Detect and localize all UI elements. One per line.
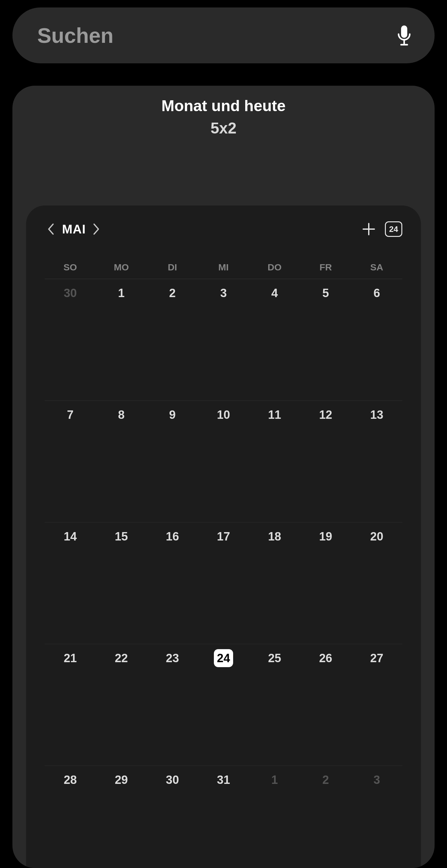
- plus-icon[interactable]: [361, 221, 377, 237]
- day-cell[interactable]: 2: [147, 279, 198, 401]
- day-number: 22: [112, 649, 131, 667]
- day-cell[interactable]: 2: [300, 766, 351, 868]
- day-cell[interactable]: 22: [96, 644, 147, 766]
- chevron-left-icon[interactable]: [45, 223, 57, 235]
- day-number: 28: [61, 771, 80, 789]
- day-number: 10: [214, 406, 233, 424]
- day-number: 27: [367, 649, 386, 667]
- day-cell[interactable]: 17: [198, 523, 249, 644]
- day-number: 20: [367, 527, 386, 546]
- day-number: 8: [112, 406, 131, 424]
- day-cell[interactable]: 28: [45, 766, 96, 868]
- svg-rect-0: [401, 26, 407, 38]
- month-label[interactable]: MAI: [62, 222, 86, 236]
- day-number: 1: [112, 284, 131, 302]
- day-number: 4: [265, 284, 284, 302]
- weekday-cell: MO: [96, 262, 147, 273]
- day-number: 29: [112, 771, 131, 789]
- day-cell[interactable]: 25: [249, 644, 300, 766]
- day-cell[interactable]: 27: [351, 644, 402, 766]
- day-number: 12: [316, 406, 335, 424]
- day-cell[interactable]: 21: [45, 644, 96, 766]
- day-cell[interactable]: 30: [147, 766, 198, 868]
- day-cell[interactable]: 3: [198, 279, 249, 401]
- day-cell[interactable]: 11: [249, 401, 300, 523]
- day-cell[interactable]: 16: [147, 523, 198, 644]
- calendar-header: MAI 24: [45, 218, 402, 240]
- day-cell[interactable]: 8: [96, 401, 147, 523]
- day-number: 18: [265, 527, 284, 546]
- day-number: 2: [316, 771, 335, 789]
- weekday-cell: SO: [45, 262, 96, 273]
- day-number: 30: [61, 284, 80, 302]
- day-number: 3: [367, 771, 386, 789]
- widget-title: Monat und heute: [26, 97, 421, 115]
- day-cell[interactable]: 23: [147, 644, 198, 766]
- chevron-right-icon[interactable]: [90, 223, 102, 235]
- day-number: 19: [316, 527, 335, 546]
- day-number: 25: [265, 649, 284, 667]
- day-cell[interactable]: 31: [198, 766, 249, 868]
- day-number: 24: [214, 649, 233, 667]
- day-number: 23: [163, 649, 182, 667]
- day-number: 7: [61, 406, 80, 424]
- widget-card-month-and-today[interactable]: Monat und heute 5x2 MAI 24: [12, 86, 435, 868]
- day-cell[interactable]: 20: [351, 523, 402, 644]
- day-cell[interactable]: 12: [300, 401, 351, 523]
- day-number: 9: [163, 406, 182, 424]
- microphone-icon[interactable]: [395, 24, 413, 46]
- calendar-panel: MAI 24 SO MO DI MI DO FR: [26, 206, 421, 868]
- day-cell[interactable]: 1: [249, 766, 300, 868]
- day-number: 16: [163, 527, 182, 546]
- day-cell[interactable]: 18: [249, 523, 300, 644]
- day-cell[interactable]: 1: [96, 279, 147, 401]
- day-cell[interactable]: 14: [45, 523, 96, 644]
- day-cell[interactable]: 19: [300, 523, 351, 644]
- day-number: 30: [163, 771, 182, 789]
- day-cell[interactable]: 5: [300, 279, 351, 401]
- day-number: 13: [367, 406, 386, 424]
- day-number: 15: [112, 527, 131, 546]
- weekday-cell: FR: [300, 262, 351, 273]
- day-cell[interactable]: 7: [45, 401, 96, 523]
- day-number: 11: [265, 406, 284, 424]
- day-number: 3: [214, 284, 233, 302]
- day-cell[interactable]: 10: [198, 401, 249, 523]
- weekday-cell: MI: [198, 262, 249, 273]
- weekday-row: SO MO DI MI DO FR SA: [45, 262, 402, 279]
- day-cell[interactable]: 29: [96, 766, 147, 868]
- day-cell[interactable]: 13: [351, 401, 402, 523]
- day-number: 14: [61, 527, 80, 546]
- day-number: 2: [163, 284, 182, 302]
- day-number: 31: [214, 771, 233, 789]
- today-badge[interactable]: 24: [385, 221, 402, 237]
- search-bar[interactable]: Suchen: [12, 7, 435, 63]
- day-number: 17: [214, 527, 233, 546]
- day-cell[interactable]: 6: [351, 279, 402, 401]
- day-cell[interactable]: 26: [300, 644, 351, 766]
- day-cell[interactable]: 24: [198, 644, 249, 766]
- day-number: 26: [316, 649, 335, 667]
- day-cell[interactable]: 4: [249, 279, 300, 401]
- day-cell[interactable]: 3: [351, 766, 402, 868]
- day-number: 6: [367, 284, 386, 302]
- day-number: 1: [265, 771, 284, 789]
- widget-size: 5x2: [26, 119, 421, 137]
- day-number: 5: [316, 284, 335, 302]
- weekday-cell: SA: [351, 262, 402, 273]
- day-cell[interactable]: 9: [147, 401, 198, 523]
- search-placeholder: Suchen: [37, 23, 395, 48]
- calendar-grid: 3012345678910111213141516171819202122232…: [45, 279, 402, 868]
- day-cell[interactable]: 30: [45, 279, 96, 401]
- weekday-cell: DI: [147, 262, 198, 273]
- weekday-cell: DO: [249, 262, 300, 273]
- day-number: 21: [61, 649, 80, 667]
- day-cell[interactable]: 15: [96, 523, 147, 644]
